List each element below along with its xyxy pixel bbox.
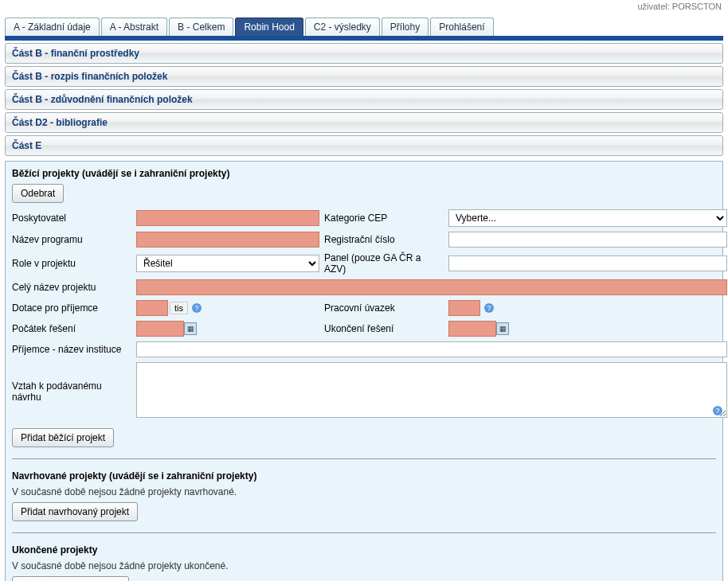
section-b-justification[interactable]: Část B - zdůvodnění finančních položek [5,89,723,110]
relation-textarea[interactable] [136,362,727,418]
tab-b-total[interactable]: B - Celkem [169,18,233,36]
section-e[interactable]: Část E [5,135,723,156]
label-full-name: Celý název projektu [12,282,131,293]
running-projects-title: Běžící projekty (uvádějí se i zahraniční… [12,168,716,179]
role-select[interactable]: Řešitel [136,255,319,272]
help-icon[interactable]: ? [192,303,202,313]
add-finished-project-button[interactable]: Přidat ukončený projekt [12,576,129,581]
finished-projects-title: Ukončené projekty [12,544,716,556]
divider [12,532,716,533]
panel-input[interactable] [448,255,727,271]
running-projects-panel: Běžící projekty (uvádějí se i zahraniční… [5,161,723,581]
tab-abstract[interactable]: A - Abstrakt [101,18,167,36]
program-input[interactable] [136,232,319,248]
calendar-icon[interactable]: ▦ [496,322,509,335]
full-name-input[interactable] [136,279,727,295]
add-proposed-project-button[interactable]: Přidat navrhovaný projekt [12,502,138,521]
header-divider [5,36,723,41]
provider-input[interactable] [136,210,319,226]
label-reg-number: Registrační číslo [324,234,444,245]
finished-empty-text: V současné době nejsou žádné projekty uk… [12,560,716,571]
tab-c2-results[interactable]: C2 - výsledky [305,18,380,36]
label-program: Název programu [12,234,131,245]
label-grant: Dotace pro příjemce [12,302,131,314]
tab-attachments[interactable]: Přílohy [382,18,429,36]
user-label: uživatel: PORSCTON [0,0,728,13]
tab-bar: A - Základní údaje A - Abstrakt B - Celk… [0,13,728,36]
label-relation: Vztah k podávanému návrhu [12,380,131,403]
add-running-project-button[interactable]: Přidat běžící projekt [12,428,114,447]
section-b-financial[interactable]: Část B - finanční prostředky [5,43,723,64]
tab-declaration[interactable]: Prohlášení [430,18,493,36]
proposed-projects-title: Navrhované projekty (uvádějí se i zahran… [12,470,716,482]
section-b-breakdown[interactable]: Část B - rozpis finančních položek [5,66,723,87]
help-icon[interactable]: ? [484,303,494,313]
workload-input[interactable] [448,300,480,316]
label-role: Role v projektu [12,258,131,269]
running-project-form: Poskytovatel Kategorie CEP Vyberte... Ná… [12,209,716,420]
label-end: Ukončení řešení [324,323,444,334]
label-provider: Poskytovatel [12,213,131,224]
category-cep-select[interactable]: Vyberte... [448,209,727,227]
reg-number-input[interactable] [448,232,727,248]
start-date-input[interactable] [136,321,184,337]
divider [12,458,716,459]
help-icon[interactable]: ? [713,406,722,415]
institution-input[interactable] [136,341,727,357]
proposed-empty-text: V současné době nejsou žádné projekty na… [12,486,716,497]
label-start: Počátek řešení [12,323,131,334]
grant-unit: tis [170,302,188,314]
label-category-cep: Kategorie CEP [324,213,444,224]
label-institution: Příjemce - název instituce [12,344,131,355]
tab-robin-hood[interactable]: Robin Hood [235,18,303,36]
label-workload: Pracovní úvazek [324,302,444,314]
grant-input[interactable] [136,300,168,316]
end-date-input[interactable] [448,321,496,337]
section-d2-bibliography[interactable]: Část D2 - bibliografie [5,112,723,133]
tab-basic-info[interactable]: A - Základní údaje [5,18,100,36]
remove-button[interactable]: Odebrat [12,184,64,203]
label-panel: Panel (pouze GA ČR a AZV) [324,252,444,275]
calendar-icon[interactable]: ▦ [184,322,197,335]
